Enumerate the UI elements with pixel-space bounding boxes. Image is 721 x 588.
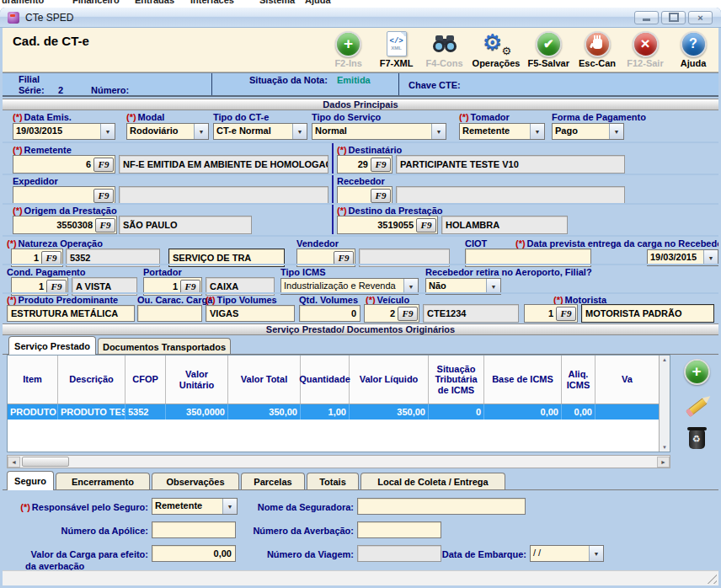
motorista-f9-button[interactable]: F9 bbox=[556, 307, 576, 321]
tab-local-coleta-entrega[interactable]: Local de Coleta / Entrega bbox=[360, 473, 505, 490]
add-item-button[interactable]: + bbox=[681, 355, 713, 388]
menu-item[interactable]: Sistema bbox=[259, 0, 295, 5]
tipo-volumes-field[interactable]: VIGAS bbox=[206, 305, 295, 322]
cell-base-icms: 0,00 bbox=[484, 404, 562, 420]
column-header[interactable]: Valor Total bbox=[228, 355, 301, 404]
veiculo-code-field[interactable]: 2F9 bbox=[364, 304, 419, 323]
label-text: Natureza Operação bbox=[19, 238, 103, 249]
chevron-down-icon[interactable]: ▼ bbox=[100, 124, 115, 139]
responsavel-seguro-select[interactable]: Remetente▼ bbox=[152, 498, 238, 515]
modal-select[interactable]: Rodoviário▼ bbox=[126, 123, 209, 140]
maximize-button[interactable] bbox=[661, 11, 686, 24]
ou-carac-carga-field[interactable] bbox=[137, 305, 202, 322]
column-header[interactable]: CFOP bbox=[126, 355, 166, 404]
scrollbar-thumb[interactable] bbox=[22, 457, 69, 467]
destinatario-code-field[interactable]: 29F9 bbox=[337, 155, 393, 174]
tab-seguro[interactable]: Seguro bbox=[7, 471, 54, 490]
scroll-left-button[interactable]: ◄ bbox=[8, 457, 20, 468]
column-header[interactable]: Aliq. ICMS bbox=[562, 355, 595, 404]
destino-code-field[interactable]: 3519055F9 bbox=[337, 216, 438, 234]
tab-parcelas[interactable]: Parcelas bbox=[241, 473, 305, 490]
forma-pagamento-label: Forma de Pagamento bbox=[552, 112, 646, 122]
resize-grip-icon[interactable] bbox=[707, 574, 717, 584]
natureza-f9-button[interactable]: F9 bbox=[41, 251, 61, 265]
vendedor-f9-button[interactable]: F9 bbox=[334, 251, 354, 265]
valor-carga-label: Valor da Carga para efeito: bbox=[7, 549, 148, 559]
toolbar-help-button[interactable]: ? Ajuda bbox=[671, 29, 715, 69]
origem-f9-button[interactable]: F9 bbox=[95, 218, 115, 233]
remetente-f9-button[interactable]: F9 bbox=[93, 158, 114, 172]
destinatario-f9-button[interactable]: F9 bbox=[371, 158, 391, 172]
toolbar-operations-button[interactable]: ⚙⚙ Operações bbox=[471, 29, 522, 69]
chevron-down-icon[interactable]: ▼ bbox=[222, 499, 237, 514]
portador-f9-button[interactable]: F9 bbox=[180, 280, 200, 294]
expedidor-code-field[interactable]: F9 bbox=[13, 186, 115, 205]
tomador-select[interactable]: Remetente▼ bbox=[459, 123, 545, 140]
tipo-servico-select[interactable]: Normal▼ bbox=[312, 123, 446, 140]
scroll-down-icon[interactable]: ▼ bbox=[662, 445, 667, 450]
toolbar-xml-button[interactable]: </>XML F7-XML bbox=[375, 29, 419, 69]
menu-item[interactable]: Entradas bbox=[135, 0, 174, 5]
veiculo-f9-button[interactable]: F9 bbox=[398, 307, 418, 321]
data-embarque-select[interactable]: / /▼ bbox=[530, 545, 604, 562]
table-row-selected[interactable]: PRODUTO T PRODUTO TESTE 5352 350,0000 35… bbox=[8, 404, 659, 420]
recebedor-f9-button[interactable]: F9 bbox=[371, 189, 391, 203]
chevron-down-icon[interactable]: ▼ bbox=[609, 124, 623, 139]
destino-name-field: HOLAMBRA bbox=[441, 216, 568, 234]
column-header[interactable]: Item bbox=[8, 355, 58, 404]
modal-value: Rodoviário bbox=[127, 124, 194, 139]
cond-pagamento-f9-button[interactable]: F9 bbox=[46, 280, 67, 294]
menu-item[interactable]: uramento bbox=[2, 0, 44, 5]
tab-documentos-transportados[interactable]: Documentos Transportados bbox=[98, 338, 231, 355]
data-emis-select[interactable]: 19/03/2015▼ bbox=[13, 123, 115, 140]
menu-item[interactable]: Ajuda bbox=[305, 0, 331, 5]
tab-observacoes[interactable]: Observações bbox=[152, 473, 239, 490]
numero-apolice-field[interactable] bbox=[152, 521, 236, 538]
column-header[interactable]: Valor Unitário bbox=[166, 355, 228, 404]
toolbar-cancel-button[interactable]: Esc-Can bbox=[575, 29, 619, 69]
expedidor-f9-button[interactable]: F9 bbox=[93, 189, 114, 203]
column-header[interactable]: Quantidade bbox=[301, 355, 350, 404]
produto-predominante-field[interactable]: ESTRUTURA METÁLICA bbox=[7, 305, 135, 322]
numero-averbacao-field[interactable] bbox=[357, 521, 441, 538]
tipo-cte-select[interactable]: CT-e Normal▼ bbox=[213, 123, 307, 140]
chevron-down-icon[interactable]: ▼ bbox=[431, 124, 446, 139]
minimize-button[interactable] bbox=[634, 11, 659, 24]
label-text: Data de Embarque: bbox=[442, 549, 526, 559]
chevron-down-icon[interactable]: ▼ bbox=[530, 124, 544, 139]
chevron-down-icon[interactable]: ▼ bbox=[292, 124, 307, 139]
close-button[interactable]: × bbox=[688, 11, 713, 24]
destino-f9-button[interactable]: F9 bbox=[416, 218, 436, 233]
tab-totais[interactable]: Totais bbox=[307, 473, 359, 490]
origem-code-field[interactable]: 3550308F9 bbox=[13, 216, 117, 234]
valor-carga-field[interactable]: 0,00 bbox=[152, 545, 236, 562]
scroll-up-icon[interactable]: ▲ bbox=[662, 357, 667, 362]
column-header[interactable]: Valor Líquido bbox=[350, 355, 429, 404]
tab-encerramento[interactable]: Encerramento bbox=[56, 473, 150, 490]
column-header[interactable]: Base de ICMS bbox=[484, 355, 562, 404]
grid-horizontal-scrollbar[interactable]: ◄ ► bbox=[7, 455, 670, 468]
toolbar-label: F2-Ins bbox=[334, 58, 361, 68]
scroll-right-button[interactable]: ► bbox=[657, 457, 670, 468]
column-header[interactable]: Situação Tributária de ICMS bbox=[429, 355, 484, 404]
motorista-name-field[interactable]: MOTORISTA PADRÃO bbox=[581, 304, 714, 323]
forma-pagamento-select[interactable]: Pago▼ bbox=[552, 123, 624, 140]
nome-seguradora-label: Nome da Seguradora: bbox=[253, 502, 354, 512]
recebedor-code-field[interactable]: F9 bbox=[337, 186, 393, 205]
chevron-down-icon[interactable]: ▼ bbox=[194, 124, 208, 139]
grid-vertical-scrollbar[interactable]: ▲ ▼ bbox=[659, 355, 670, 452]
nome-seguradora-field[interactable] bbox=[357, 498, 526, 515]
column-header[interactable]: Va bbox=[595, 355, 659, 404]
row-separator bbox=[3, 203, 718, 205]
chevron-down-icon[interactable]: ▼ bbox=[589, 546, 603, 561]
toolbar-save-button[interactable]: ✔ F5-Salvar bbox=[526, 29, 571, 69]
delete-item-button[interactable]: ♻ bbox=[681, 423, 713, 455]
tab-servico-prestado[interactable]: Serviço Prestado bbox=[8, 336, 96, 355]
motorista-code-field[interactable]: 1F9 bbox=[524, 304, 578, 323]
column-header[interactable]: Descrição bbox=[58, 355, 126, 404]
menu-item[interactable]: Interfaces bbox=[190, 0, 234, 5]
edit-item-button[interactable] bbox=[681, 391, 713, 423]
remetente-code-field[interactable]: 6F9 bbox=[13, 155, 115, 174]
qtd-volumes-field[interactable]: 0 bbox=[299, 305, 360, 322]
menu-item[interactable]: Financeiro bbox=[72, 0, 120, 5]
